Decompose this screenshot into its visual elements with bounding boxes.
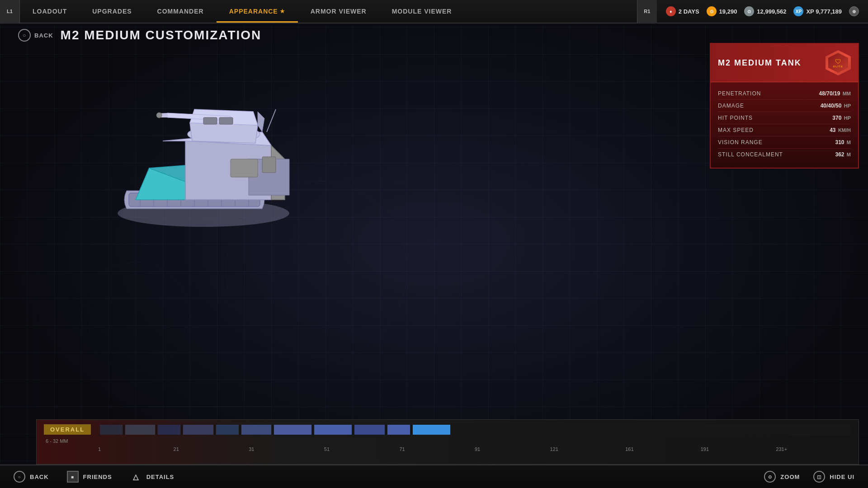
armor-tick-4 (240, 425, 241, 435)
details-label: DETAILS (146, 474, 175, 480)
nav-module-label: MODULE VIEWER (392, 8, 452, 15)
scale-marker-6: 121 (550, 446, 626, 452)
nav-item-armor-viewer[interactable]: ARMOR VIEWER (298, 0, 379, 23)
scale-marker-5: 91 (475, 446, 550, 452)
zoom-icon: ⊙ (764, 471, 776, 483)
armor-segment-1 (125, 425, 155, 435)
armor-segment-6 (274, 425, 311, 435)
elite-text: ELITE (833, 65, 843, 68)
scale-marker-4: 71 (399, 446, 475, 452)
silver-resource: ⊙ 12,999,562 (744, 6, 786, 16)
zoom-label: ZOOM (780, 474, 800, 480)
armor-segment-2 (158, 425, 180, 435)
stat-row-concealment: STILL CONCEALMENT 362 M (718, 149, 851, 160)
hide-ui-label: HIDE UI (830, 474, 854, 480)
hit-points-number: 370 (832, 115, 841, 121)
armor-tick-9 (411, 425, 412, 435)
svg-rect-20 (203, 117, 217, 124)
armor-segment-4 (216, 425, 239, 435)
nav-item-appearance[interactable]: APPEARANCE ★ (217, 0, 298, 23)
scale-marker-8: 191 (701, 446, 776, 452)
nav-item-upgrades[interactable]: UPGRADES (80, 0, 144, 23)
scale-marker-9: 231+ (776, 446, 851, 452)
nav-commander-label: COMMANDER (157, 8, 204, 15)
back-circle-icon-footer: ○ (14, 471, 25, 483)
back-footer-label: BACK (30, 474, 49, 480)
appearance-star-icon: ★ (280, 8, 285, 14)
page-title: M2 MEDIUM CUSTOMIZATION (61, 28, 262, 42)
vision-range-label: VISION RANGE (718, 139, 763, 145)
nav-item-module-viewer[interactable]: MODULE VIEWER (379, 0, 465, 23)
tank-info-panel: M2 MEDIUM TANK 🛡 ELITE PENETRATION 48/70… (710, 43, 859, 169)
nav-item-commander[interactable]: COMMANDER (145, 0, 217, 23)
armor-bar-container: OVERALL 6 - (36, 419, 859, 465)
armor-range-row: 6 - 32 MM (44, 438, 851, 444)
tank-stats: PENETRATION 48/70/19 MM DAMAGE 40/40/50 … (711, 82, 858, 160)
vision-range-value: 310 M (835, 139, 851, 145)
free-xp-resource: ⊕ (849, 6, 859, 16)
penetration-value: 48/70/19 MM (819, 90, 851, 97)
nav-upgrades-label: UPGRADES (92, 8, 132, 15)
gold-resource: ⊙ 19,290 (707, 6, 737, 16)
gold-value: 19,290 (719, 8, 737, 15)
armor-segment-9 (387, 425, 410, 435)
left-trigger-badge: L1 (0, 0, 20, 23)
concealment-unit: M (847, 152, 851, 157)
zoom-button[interactable]: ⊙ ZOOM (764, 471, 800, 483)
max-speed-number: 43 (830, 127, 835, 133)
nav-resources: ♦ 2 DAYS ⊙ 19,290 ⊙ 12,999,562 XP XP 9,7… (657, 0, 868, 23)
armor-tick-2 (181, 425, 182, 435)
damage-value: 40/40/50 HP (821, 103, 851, 109)
back-button-footer[interactable]: ○ BACK (14, 471, 49, 483)
xp-value: XP 9,777,189 (806, 8, 842, 15)
silver-value: 12,999,562 (757, 8, 786, 15)
stat-row-vision-range: VISION RANGE 310 M (718, 136, 851, 149)
back-label: BACK (34, 32, 53, 39)
max-speed-label: MAX SPEED (718, 127, 754, 133)
svg-rect-23 (262, 157, 276, 173)
armor-type-label: OVERALL (44, 424, 91, 435)
damage-number: 40/40/50 (821, 103, 842, 109)
stat-row-penetration: PENETRATION 48/70/19 MM (718, 88, 851, 100)
nav-menu: LOADOUT UPGRADES COMMANDER APPEARANCE ★ … (20, 0, 637, 23)
max-speed-value: 43 KM/H (830, 127, 851, 133)
max-speed-unit: KM/H (838, 127, 851, 133)
details-triangle-icon: △ (130, 471, 142, 483)
right-trigger-badge: R1 (637, 0, 657, 23)
friends-square-icon: ■ (67, 471, 79, 483)
concealment-number: 362 (835, 151, 844, 158)
details-button[interactable]: △ DETAILS (130, 471, 175, 483)
svg-rect-22 (231, 159, 258, 177)
scale-marker-1: 21 (174, 446, 249, 452)
armor-tick-5 (272, 425, 273, 435)
scale-marker-0: 1 (98, 446, 174, 452)
days-resource: ♦ 2 DAYS (666, 6, 699, 16)
armor-label-row: OVERALL (44, 424, 851, 435)
stat-row-max-speed: MAX SPEED 43 KM/H (718, 124, 851, 136)
penetration-number: 48/70/19 (819, 90, 840, 97)
friends-button[interactable]: ■ FRIENDS (67, 471, 112, 483)
armor-segment-bright (413, 425, 450, 435)
nav-loadout-label: LOADOUT (33, 8, 67, 15)
tank-info-header: M2 MEDIUM TANK 🛡 ELITE (711, 44, 858, 82)
armor-segment-7 (314, 425, 352, 435)
hit-points-unit: HP (844, 115, 851, 121)
armor-bar-track (100, 425, 851, 435)
armor-tick-3 (214, 425, 215, 435)
armor-scale: 1 21 31 51 71 91 121 161 191 231+ (44, 446, 851, 452)
stat-row-damage: DAMAGE 40/40/50 HP (718, 100, 851, 112)
xp-icon: XP (793, 6, 803, 16)
silver-icon: ⊙ (744, 6, 754, 16)
nav-item-loadout[interactable]: LOADOUT (20, 0, 80, 23)
xp-resource: XP XP 9,777,189 (793, 6, 842, 16)
hide-ui-icon: ◫ (813, 471, 825, 483)
armor-tick-7 (353, 425, 354, 435)
gold-icon: ⊙ (707, 6, 717, 16)
hit-points-label: HIT POINTS (718, 115, 753, 121)
back-button-header[interactable]: ○ BACK (18, 29, 53, 42)
free-xp-icon: ⊕ (849, 6, 859, 16)
hide-ui-button[interactable]: ◫ HIDE UI (813, 471, 854, 483)
elite-badge-inner: 🛡 ELITE (828, 53, 848, 73)
armor-tick-8 (386, 425, 387, 435)
armor-tick-0 (123, 425, 124, 435)
